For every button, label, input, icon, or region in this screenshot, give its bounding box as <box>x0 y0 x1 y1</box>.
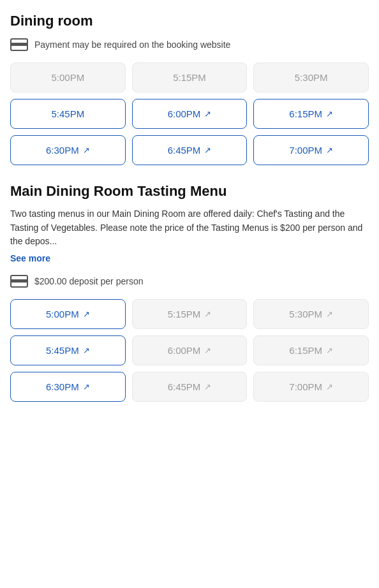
external-link-icon: ↗︎ <box>326 109 333 119</box>
time-slot-500pm-1[interactable]: 5:00PM <box>10 62 126 92</box>
deposit-notice: $200.00 deposit per person <box>10 275 369 288</box>
time-slot-500pm-2[interactable]: 5:00PM ↗︎ <box>10 299 126 329</box>
time-slot-515pm-1[interactable]: 5:15PM <box>132 62 248 92</box>
external-link-icon: ↗︎ <box>83 309 90 319</box>
time-slot-645pm-1[interactable]: 6:45PM ↗︎ <box>132 135 248 165</box>
time-slot-630pm-2[interactable]: 6:30PM ↗︎ <box>10 372 126 402</box>
time-slot-600pm-2[interactable]: 6:00PM ↗︎ <box>132 335 248 365</box>
external-link-icon: ↗︎ <box>326 145 333 155</box>
time-slot-645pm-2[interactable]: 6:45PM ↗︎ <box>132 372 248 402</box>
tasting-menu-title: Main Dining Room Tasting Menu <box>10 183 369 200</box>
card-icon <box>10 38 28 51</box>
external-link-icon-gray: ↗︎ <box>326 346 333 355</box>
time-slot-530pm-1[interactable]: 5:30PM <box>253 62 369 92</box>
card-icon-2 <box>10 275 28 288</box>
external-link-icon-gray: ↗︎ <box>204 309 211 319</box>
see-more-link[interactable]: See more <box>10 253 50 263</box>
time-slot-700pm-1[interactable]: 7:00PM ↗︎ <box>253 135 369 165</box>
external-link-icon-gray: ↗︎ <box>326 309 333 319</box>
external-link-icon-gray: ↗︎ <box>204 346 211 355</box>
time-slot-630pm-1[interactable]: 6:30PM ↗︎ <box>10 135 126 165</box>
time-slot-615pm-1[interactable]: 6:15PM ↗︎ <box>253 99 369 129</box>
tasting-menu-description: Two tasting menus in our Main Dining Roo… <box>10 207 369 249</box>
time-slot-545pm-1[interactable]: 5:45PM <box>10 99 126 129</box>
deposit-notice-text: $200.00 deposit per person <box>34 276 143 286</box>
external-link-icon: ↗︎ <box>83 145 90 155</box>
external-link-icon: ↗︎ <box>83 382 90 392</box>
external-link-icon: ↗︎ <box>204 109 211 119</box>
external-link-icon: ↗︎ <box>83 346 90 355</box>
time-slot-545pm-2[interactable]: 5:45PM ↗︎ <box>10 335 126 365</box>
tasting-menu-time-grid: 5:00PM ↗︎ 5:15PM ↗︎ 5:30PM ↗︎ 5:45PM ↗︎ … <box>10 299 369 402</box>
dining-room-time-grid: 5:00PM 5:15PM 5:30PM 5:45PM 6:00PM ↗︎ 6:… <box>10 62 369 165</box>
external-link-icon-gray: ↗︎ <box>326 382 333 392</box>
time-slot-530pm-2[interactable]: 5:30PM ↗︎ <box>253 299 369 329</box>
dining-room-title: Dining room <box>10 13 369 29</box>
dining-room-payment-notice: Payment may be required on the booking w… <box>10 38 369 51</box>
external-link-icon: ↗︎ <box>204 145 211 155</box>
payment-notice-text: Payment may be required on the booking w… <box>34 40 230 50</box>
time-slot-615pm-2[interactable]: 6:15PM ↗︎ <box>253 335 369 365</box>
external-link-icon-gray: ↗︎ <box>204 382 211 392</box>
time-slot-515pm-2[interactable]: 5:15PM ↗︎ <box>132 299 248 329</box>
time-slot-600pm-1[interactable]: 6:00PM ↗︎ <box>132 99 248 129</box>
time-slot-700pm-2[interactable]: 7:00PM ↗︎ <box>253 372 369 402</box>
